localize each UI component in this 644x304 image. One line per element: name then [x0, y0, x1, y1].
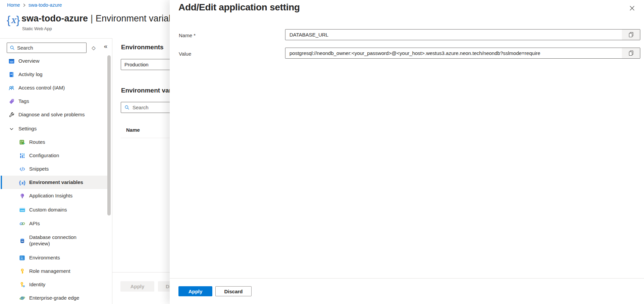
copy-value-button[interactable] [622, 48, 640, 58]
value-field-input[interactable] [285, 48, 622, 58]
close-icon[interactable] [628, 4, 636, 12]
sidebar-item-activity-log[interactable]: Activity log [1, 68, 107, 81]
column-header-name: Name [126, 127, 140, 133]
page-title: swa-todo-azure|Environment variables [21, 12, 185, 25]
environments-icon [19, 255, 25, 261]
sidebar-item-role-management[interactable]: Role management [1, 264, 107, 278]
apis-icon [19, 221, 25, 227]
sidebar-scrollbar-thumb[interactable] [107, 55, 111, 216]
sidebar-item-configuration[interactable]: Configuration [1, 149, 107, 162]
snippets-icon [19, 166, 25, 172]
copy-name-button[interactable] [622, 29, 640, 40]
access-control-icon [8, 85, 14, 91]
key-icon [19, 268, 25, 274]
collapse-menu-button[interactable]: « [102, 43, 110, 50]
name-field-label: Name * [179, 33, 196, 38]
sidebar-item-routes[interactable]: Routes [1, 135, 107, 149]
switch-view-button[interactable]: ◇ [90, 45, 97, 51]
header-divider [0, 38, 112, 39]
variables-apply-button[interactable]: Apply [120, 281, 154, 292]
sidebar-item-diagnose[interactable]: Diagnose and solve problems [1, 108, 107, 121]
environments-heading: Environments [121, 44, 164, 51]
chevron-right-icon [23, 3, 26, 7]
sidebar-item-application-insights[interactable]: Application Insights [1, 189, 107, 202]
panel-title: Add/Edit application setting [178, 1, 300, 14]
sidebar-item-enterprise-grade-edge[interactable]: Enterprise-grade edge [1, 291, 107, 304]
application-insights-icon [19, 193, 25, 199]
custom-domains-icon: www [19, 207, 25, 213]
sidebar-search-input[interactable] [15, 45, 86, 51]
search-icon [10, 45, 15, 50]
chevron-down-icon [8, 126, 14, 132]
wrench-icon [8, 112, 14, 118]
sidebar-item-custom-domains[interactable]: www Custom domains [1, 203, 107, 217]
curly-braces-x-icon: {x} [7, 13, 20, 27]
sidebar-item-access-control[interactable]: Access control (IAM) [1, 81, 107, 95]
sidebar-item-environment-variables[interactable]: {x} Environment variables [1, 176, 107, 189]
environment-variables-icon: {x} [19, 179, 25, 185]
panel-footer-divider [170, 278, 644, 279]
name-field-input[interactable] [285, 29, 622, 40]
routes-icon [19, 139, 25, 145]
resource-name: swa-todo-azure [21, 13, 88, 23]
panel-apply-button[interactable]: Apply [178, 286, 212, 296]
sidebar-nav: </> Overview Activity log Access control… [1, 54, 107, 304]
sidebar-item-overview[interactable]: </> Overview [1, 54, 107, 68]
svg-text:www: www [20, 209, 24, 211]
sidebar-group-settings[interactable]: Settings [1, 122, 107, 135]
sidebar-item-apis[interactable]: APIs [1, 217, 107, 230]
tag-icon [8, 98, 14, 104]
name-field [285, 29, 640, 40]
breadcrumb-link-resource[interactable]: swa-todo-azure [29, 2, 62, 8]
sidebar-item-database-connection[interactable]: DB Database connection (preview) [1, 230, 107, 251]
identity-key-icon [19, 282, 25, 288]
sidebar-item-environments[interactable]: Environments [1, 251, 107, 264]
overview-icon: </> [8, 58, 14, 64]
globe-edge-icon [19, 295, 25, 301]
value-field-label: Value [179, 51, 191, 57]
sidebar-search [7, 43, 87, 53]
sidebar-item-snippets[interactable]: Snippets [1, 162, 107, 176]
database-icon: DB [19, 238, 25, 244]
sidebar-item-identity[interactable]: Identity [1, 278, 107, 291]
environment-dropdown-value: Production [124, 62, 149, 67]
panel-discard-button[interactable]: Discard [215, 286, 252, 296]
breadcrumb: Home swa-todo-azure [7, 2, 62, 8]
svg-text:</>: </> [10, 60, 13, 63]
value-field [285, 48, 640, 59]
sidebar-item-tags[interactable]: Tags [1, 95, 107, 108]
title-separator: | [91, 13, 93, 23]
activity-log-icon [8, 71, 14, 77]
configuration-icon [19, 153, 25, 159]
svg-text:DB: DB [21, 241, 23, 242]
sidebar-divider [112, 38, 112, 304]
blade-footer-divider [112, 272, 170, 272]
resource-type-subtitle: Static Web App [22, 26, 52, 31]
breadcrumb-link-home[interactable]: Home [7, 2, 20, 8]
add-edit-setting-panel: Add/Edit application setting Name * Valu… [170, 0, 644, 304]
search-icon [124, 105, 129, 110]
